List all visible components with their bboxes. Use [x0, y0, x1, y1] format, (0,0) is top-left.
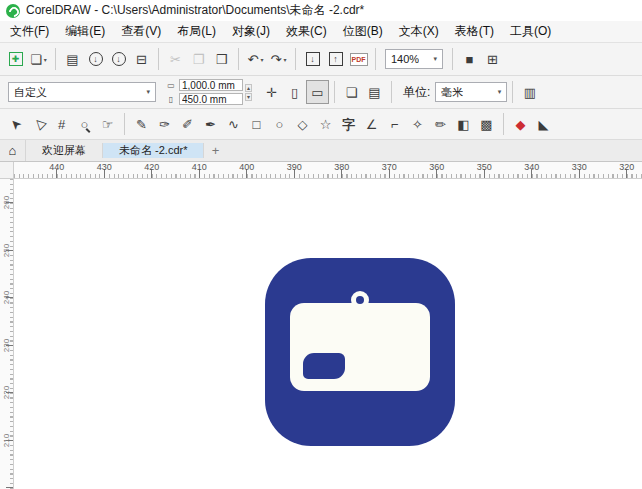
separator — [503, 113, 504, 135]
text-tool[interactable]: 字 — [337, 112, 360, 136]
menu-object[interactable]: 对象(J) — [224, 20, 278, 43]
ruler-label: 260 — [0, 179, 14, 227]
dropdown-caret-icon: ▾ — [260, 56, 263, 63]
horizontal-ruler[interactable]: 440 430 420 410 400 390 380 370 360 350 … — [14, 162, 642, 179]
spin-down-button[interactable]: ▾ — [245, 93, 252, 101]
artwork-white-card[interactable] — [290, 303, 430, 391]
smart-fill-tool[interactable]: ◆ — [509, 112, 532, 136]
polyline-tool[interactable]: ∿ — [222, 112, 245, 136]
menu-text[interactable]: 文本(X) — [391, 20, 447, 43]
new-document-button[interactable]: ✚ — [4, 47, 27, 71]
paste-button[interactable]: ❒ — [210, 47, 233, 71]
show-rulers-button[interactable]: ⊞ — [481, 47, 504, 71]
eyedropper-tool[interactable]: ✧ — [406, 112, 429, 136]
window-title: CorelDRAW - C:\Users\Administrator\Docum… — [26, 2, 364, 19]
transparency-tool[interactable]: ▩ — [475, 112, 498, 136]
separator — [334, 81, 335, 103]
ruler-label: 340 — [508, 162, 556, 178]
spin-up-button[interactable]: ▴ — [245, 84, 252, 92]
save-button[interactable]: ▤ — [61, 47, 84, 71]
portrait-button[interactable]: ▯ — [283, 80, 306, 104]
document-tabbar: ⌂ 欢迎屏幕 未命名 -2.cdr* + — [0, 140, 642, 162]
all-pages-button[interactable]: ❏ — [340, 80, 363, 104]
toolbox: ➤ ▷ # ○ ☞ ✎ ✑ ✐ ✒ ∿ □ ○ ◇ ☆ 字 ∠ ⌐ ✧ ✏ ◧ … — [0, 109, 642, 140]
toolbox-group-draw: ✎ ✑ ✐ ✒ ∿ □ ○ ◇ ☆ 字 ∠ ⌐ ✧ ✏ ◧ ▩ — [130, 112, 498, 136]
vertical-ruler[interactable]: 260 250 240 230 220 210 — [0, 179, 14, 489]
open-button[interactable]: ❏▾ — [27, 47, 50, 71]
cloud-download-button[interactable]: ↓ — [84, 47, 107, 71]
redo-button[interactable]: ↷▾ — [267, 47, 290, 71]
current-page-button[interactable]: ▤ — [363, 80, 386, 104]
import-button[interactable]: ↓ — [301, 47, 324, 71]
menu-layout[interactable]: 布局(L) — [169, 20, 224, 43]
pan-tool[interactable]: ☞ — [96, 112, 119, 136]
crop-tool[interactable]: # — [50, 112, 73, 136]
units-combo[interactable]: 毫米 ▾ — [435, 82, 507, 102]
fill-tool[interactable]: ◧ — [452, 112, 475, 136]
zoom-tool[interactable]: ○ — [73, 112, 96, 136]
dimension-tool[interactable]: ∠ — [360, 112, 383, 136]
toolbar-group-view: ■ ⊞ — [458, 47, 504, 71]
zoom-level-combo[interactable]: 140% ▾ — [385, 49, 443, 69]
separator — [238, 48, 239, 70]
tab-untitled-2[interactable]: 未命名 -2.cdr* — [103, 143, 204, 158]
artwork-eraser-shape[interactable] — [303, 353, 345, 379]
ruler-corner[interactable] — [0, 162, 14, 179]
menu-table[interactable]: 表格(T) — [447, 20, 502, 43]
menu-view[interactable]: 查看(V) — [113, 20, 169, 43]
cloud-upload-button[interactable]: ↓ — [107, 47, 130, 71]
page-size-combo[interactable]: 自定义 ▾ — [8, 82, 156, 102]
home-button[interactable]: ⌂ — [0, 140, 26, 161]
tab-welcome-screen[interactable]: 欢迎屏幕 — [26, 143, 103, 158]
bezier-tool[interactable]: ✑ — [153, 112, 176, 136]
property-bar: 自定义 ▾ ▭ ▯ ▴ ▾ ✛ ▯ ▭ ❏ ▤ 单位: 毫米 — [0, 76, 642, 109]
menu-effects[interactable]: 效果(C) — [278, 20, 335, 43]
page-height-input[interactable] — [179, 93, 243, 105]
pick-tool[interactable]: ➤ — [4, 112, 27, 136]
coreldraw-logo-icon[interactable] — [6, 4, 20, 18]
common-shapes-tool[interactable]: ☆ — [314, 112, 337, 136]
cut-button[interactable]: ✂ — [164, 47, 187, 71]
ruler-label: 350 — [461, 162, 509, 178]
new-tab-button[interactable]: + — [204, 140, 226, 161]
artwork-rounded-square[interactable] — [265, 258, 455, 446]
ruler-label: 370 — [366, 162, 414, 178]
page-width-icon: ▭ — [166, 81, 176, 90]
menu-file[interactable]: 文件(F) — [2, 20, 57, 43]
pen-tool[interactable]: ✒ — [199, 112, 222, 136]
copy-button[interactable]: ❐ — [187, 47, 210, 71]
rectangle-tool[interactable]: □ — [245, 112, 268, 136]
ellipse-tool[interactable]: ○ — [268, 112, 291, 136]
publish-pdf-button[interactable]: PDF — [347, 47, 370, 71]
ruler-label: 390 — [271, 162, 319, 178]
toolbar-group-save: ▤ ↓ ↓ ⊟ — [61, 47, 153, 71]
orientation-buttons: ▯ ▭ — [283, 80, 329, 104]
ruler-label: 250 — [0, 227, 14, 275]
print-button[interactable]: ⊟ — [130, 47, 153, 71]
polygon-tool[interactable]: ◇ — [291, 112, 314, 136]
menu-edit[interactable]: 编辑(E) — [57, 20, 113, 43]
dropdown-caret-icon: ▾ — [283, 56, 286, 63]
menu-tools[interactable]: 工具(O) — [502, 20, 559, 43]
artwork-hanger-hole[interactable] — [356, 296, 364, 304]
ruler-row: 440 430 420 410 400 390 380 370 360 350 … — [0, 162, 642, 179]
connector-tool[interactable]: ⌐ — [383, 112, 406, 136]
artistic-media-tool[interactable]: ✐ — [176, 112, 199, 136]
undo-button[interactable]: ↶▾ — [244, 47, 267, 71]
canvas[interactable]: 260 250 240 230 220 210 — [0, 179, 642, 489]
toolbox-group-fill: ◆ ◣ — [509, 112, 555, 136]
landscape-button[interactable]: ▭ — [306, 80, 329, 104]
interactive-fill-tool[interactable]: ◣ — [532, 112, 555, 136]
shape-tool[interactable]: ▷ — [27, 112, 50, 136]
nudge-offset-button[interactable]: ✛ — [260, 80, 283, 104]
export-button[interactable]: ↑ — [324, 47, 347, 71]
ruler-label: 210 — [0, 417, 14, 465]
separator — [55, 48, 56, 70]
separator — [375, 48, 376, 70]
freehand-tool[interactable]: ✎ — [130, 112, 153, 136]
page-options-button[interactable]: ▥ — [518, 80, 541, 104]
page-width-input[interactable] — [179, 79, 243, 91]
outline-pen-tool[interactable]: ✏ — [429, 112, 452, 136]
fullscreen-preview-button[interactable]: ■ — [458, 47, 481, 71]
menu-bitmaps[interactable]: 位图(B) — [335, 20, 391, 43]
